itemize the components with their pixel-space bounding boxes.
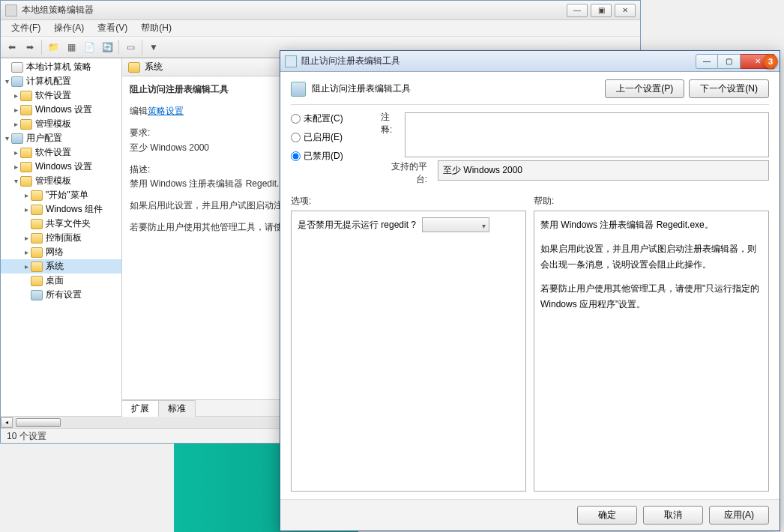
options-label: 选项: <box>291 195 526 208</box>
tree-item-5[interactable]: ▾用户配置 <box>1 131 121 145</box>
tree-twist-icon[interactable]: ▸ <box>22 262 31 270</box>
tree-item-label: 管理模板 <box>35 118 71 130</box>
folder-icon <box>31 247 43 258</box>
tree-twist-icon[interactable]: ▸ <box>11 91 20 100</box>
computer-icon <box>11 62 23 73</box>
gear-folder-icon <box>31 290 43 300</box>
export-button[interactable]: 📄 <box>81 39 97 55</box>
minimize-button[interactable]: — <box>567 4 588 17</box>
help-label: 帮助: <box>534 195 769 208</box>
menubar: 文件(F) 操作(A) 查看(V) 帮助(H) <box>1 20 640 37</box>
forward-button[interactable]: ➡ <box>22 39 38 55</box>
dialog-titlebar: 阻止访问注册表编辑工具 — ▢ ✕ <box>280 51 780 72</box>
tree-item-10[interactable]: ▸Windows 组件 <box>1 202 121 217</box>
radio-enabled[interactable]: 已启用(E) <box>291 131 373 144</box>
folder-icon <box>31 262 43 272</box>
tree-item-label: 软件设置 <box>35 89 71 102</box>
folder-icon <box>20 162 32 172</box>
tab-extended[interactable]: 扩展 <box>121 400 159 417</box>
tree-twist-icon[interactable]: ▸ <box>11 106 20 114</box>
tree-item-9[interactable]: ▸"开始"菜单 <box>1 188 121 202</box>
tree-twist-icon[interactable]: ▸ <box>11 163 20 171</box>
properties-button[interactable]: ▭ <box>122 39 139 55</box>
tree-item-0[interactable]: 本地计算机 策略 <box>1 60 121 74</box>
tree-item-7[interactable]: ▸Windows 设置 <box>1 160 121 174</box>
tree-item-label: 管理模板 <box>35 175 71 187</box>
app-icon <box>5 4 17 16</box>
tree-twist-icon[interactable]: ▸ <box>11 120 20 128</box>
folder-icon <box>20 91 32 101</box>
tree-item-label: 控制面板 <box>46 232 82 244</box>
radio-not-configured[interactable]: 未配置(C) <box>291 112 373 125</box>
nav-tree[interactable]: 本地计算机 策略▾计算机配置▸软件设置▸Windows 设置▸管理模板▾用户配置… <box>1 58 122 416</box>
supported-value: 至少 Windows 2000 <box>438 160 769 181</box>
tree-item-16[interactable]: 所有设置 <box>1 288 121 302</box>
apply-button[interactable]: 应用(A) <box>709 506 769 525</box>
help-panel: 禁用 Windows 注册表编辑器 Regedit.exe。 如果启用此设置，并… <box>534 211 769 492</box>
dialog-title: 阻止访问注册表编辑工具 <box>301 55 696 67</box>
folder-icon <box>31 205 43 215</box>
tree-item-3[interactable]: ▸Windows 设置 <box>1 103 121 117</box>
menu-view[interactable]: 查看(V) <box>91 20 133 36</box>
filter-button[interactable]: ▼ <box>145 39 162 55</box>
menu-help[interactable]: 帮助(H) <box>135 20 178 36</box>
notification-badge[interactable]: 3 <box>763 54 778 69</box>
tree-item-label: 本地计算机 策略 <box>26 61 91 73</box>
gear-folder-icon <box>11 133 23 144</box>
supported-label: 支持的平台: <box>381 160 433 186</box>
tree-item-11[interactable]: 共享文件夹 <box>1 217 121 231</box>
tree-twist-icon[interactable]: ▸ <box>22 205 31 214</box>
tab-standard[interactable]: 标准 <box>158 400 196 417</box>
tree-item-6[interactable]: ▸软件设置 <box>1 145 121 160</box>
back-button[interactable]: ⬅ <box>4 39 20 55</box>
tree-twist-icon[interactable]: ▾ <box>2 134 11 142</box>
close-button[interactable]: ✕ <box>615 4 636 17</box>
folder-icon <box>31 276 43 286</box>
comment-textarea[interactable] <box>405 112 769 157</box>
main-titlebar: 本地组策略编辑器 — ▣ ✕ <box>1 1 640 20</box>
menu-file[interactable]: 文件(F) <box>5 20 46 36</box>
help-p3: 若要防止用户使用其他管理工具，请使用"只运行指定的 Windows 应用程序"设… <box>540 281 762 312</box>
tree-item-4[interactable]: ▸管理模板 <box>1 117 121 131</box>
tree-item-label: Windows 设置 <box>35 160 92 173</box>
options-panel: 是否禁用无提示运行 regedit ? <box>291 211 526 492</box>
tree-twist-icon[interactable]: ▸ <box>22 191 31 199</box>
help-p1: 禁用 Windows 注册表编辑器 Regedit.exe。 <box>540 217 762 232</box>
tree-item-13[interactable]: ▸网络 <box>1 245 121 259</box>
edit-label: 编辑 <box>130 106 148 116</box>
tree-item-15[interactable]: 桌面 <box>1 273 121 288</box>
radio-disabled[interactable]: 已禁用(D) <box>291 150 373 163</box>
dialog-maximize-button[interactable]: ▢ <box>718 54 741 69</box>
tree-twist-icon[interactable]: ▾ <box>2 77 11 85</box>
tree-item-label: "开始"菜单 <box>46 189 88 202</box>
previous-setting-button[interactable]: 上一个设置(P) <box>605 79 684 98</box>
tree-item-label: Windows 组件 <box>46 203 103 216</box>
tree-twist-icon[interactable]: ▸ <box>22 248 31 256</box>
tree-item-8[interactable]: ▾管理模板 <box>1 174 121 188</box>
option-combobox[interactable] <box>422 217 489 232</box>
next-setting-button[interactable]: 下一个设置(N) <box>689 79 769 98</box>
show-hide-tree-button[interactable]: ▦ <box>63 39 79 55</box>
tree-twist-icon[interactable]: ▾ <box>11 177 20 185</box>
dialog-heading: 阻止访问注册表编辑工具 <box>312 82 411 95</box>
tree-twist-icon[interactable]: ▸ <box>22 234 31 242</box>
tree-item-1[interactable]: ▾计算机配置 <box>1 74 121 88</box>
dialog-minimize-button[interactable]: — <box>696 54 718 69</box>
policy-settings-dialog: 阻止访问注册表编辑工具 — ▢ ✕ 阻止访问注册表编辑工具 上一个设置(P) 下… <box>280 50 780 531</box>
tree-item-12[interactable]: ▸控制面板 <box>1 231 121 245</box>
folder-icon <box>20 119 32 130</box>
ok-button[interactable]: 确定 <box>577 506 637 525</box>
dialog-icon <box>285 55 297 67</box>
refresh-button[interactable]: 🔄 <box>99 39 115 55</box>
tree-item-14[interactable]: ▸系统 <box>1 259 121 273</box>
edit-policy-link[interactable]: 策略设置 <box>148 106 184 116</box>
tree-item-label: 计算机配置 <box>26 75 71 88</box>
maximize-button[interactable]: ▣ <box>591 4 612 17</box>
folder-icon <box>31 233 43 244</box>
tree-twist-icon[interactable]: ▸ <box>11 148 20 157</box>
cancel-button[interactable]: 取消 <box>643 506 703 525</box>
folder-icon <box>20 105 32 115</box>
tree-item-2[interactable]: ▸软件设置 <box>1 88 121 103</box>
menu-action[interactable]: 操作(A) <box>48 20 90 36</box>
up-button[interactable]: 📁 <box>45 39 61 55</box>
